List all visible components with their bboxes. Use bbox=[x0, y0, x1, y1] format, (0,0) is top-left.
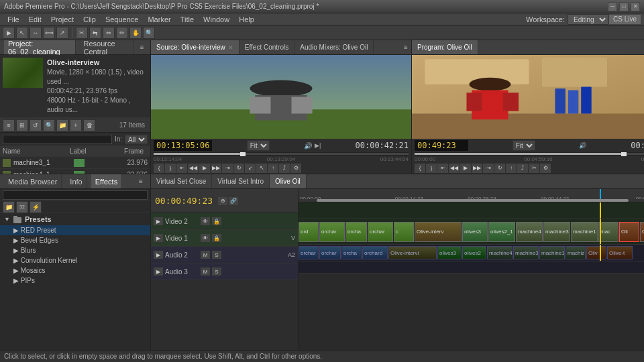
clip-olive-t[interactable]: Olive-t bbox=[640, 222, 644, 242]
project-icon-view[interactable]: ⊞ bbox=[16, 119, 28, 131]
project-delete[interactable]: 🗑 bbox=[83, 119, 95, 131]
menu-clip[interactable]: Clip bbox=[78, 13, 101, 25]
clip-olive-interview[interactable]: Olive-interv bbox=[415, 222, 462, 242]
track-solo-a3[interactable]: S bbox=[212, 267, 221, 276]
tool-slip[interactable]: ⇆ bbox=[89, 27, 101, 39]
program-play-stop[interactable]: ▶ bbox=[460, 164, 471, 173]
source-settings[interactable]: ⚙ bbox=[290, 164, 301, 173]
program-lift[interactable]: ↑ bbox=[506, 164, 517, 173]
menu-edit[interactable]: Edit bbox=[24, 13, 46, 25]
track-expand-v2[interactable]: ▶ bbox=[154, 217, 163, 225]
tool-zoom[interactable]: 🔍 bbox=[143, 27, 155, 39]
source-go-in[interactable]: ⇤ bbox=[176, 164, 187, 173]
tool-rate[interactable]: ↗ bbox=[56, 27, 68, 39]
tl-snap-btn[interactable]: ⊕ bbox=[218, 197, 227, 205]
source-go-out[interactable]: ⇥ bbox=[222, 164, 233, 173]
audio-machine1[interactable]: machine1 bbox=[539, 246, 565, 259]
tab-virtual-set-close[interactable]: Virtual Set Close bbox=[151, 174, 212, 188]
program-loop[interactable]: ↻ bbox=[494, 164, 505, 173]
track-expand-a2[interactable]: ▶ bbox=[154, 251, 163, 259]
effects-32bit[interactable]: 32 bbox=[16, 201, 28, 213]
menu-project[interactable]: Project bbox=[46, 13, 78, 25]
program-mark-out[interactable]: } bbox=[426, 164, 437, 173]
program-fit-select[interactable]: Fit bbox=[513, 140, 535, 151]
clip-orchard-5[interactable]: c bbox=[394, 222, 414, 242]
source-loop[interactable]: ↻ bbox=[233, 164, 244, 173]
track-solo-a2[interactable]: S bbox=[212, 251, 221, 259]
effects-search-input[interactable] bbox=[3, 190, 148, 200]
tab-source[interactable]: Source: Olive-interview ✕ bbox=[151, 40, 239, 54]
tab-program[interactable]: Program: Olive Oil bbox=[412, 40, 478, 54]
timeline-zoom-bar[interactable] bbox=[299, 199, 644, 202]
effects-item-blurs[interactable]: ▶ Blurs bbox=[0, 245, 150, 255]
tab-resource-central[interactable]: Resource Central bbox=[80, 40, 134, 54]
presets-category[interactable]: ▼ Presets bbox=[0, 213, 150, 225]
clip-orchard-3[interactable]: orcha bbox=[345, 222, 367, 242]
menu-help[interactable]: Help bbox=[234, 13, 259, 25]
clip-machine4[interactable]: machine4 bbox=[516, 222, 543, 242]
effects-item-mosaics[interactable]: ▶ Mosaics bbox=[0, 265, 150, 276]
audio-machiz[interactable]: machiz bbox=[566, 246, 586, 259]
clip-olives3[interactable]: olives3 bbox=[462, 222, 488, 242]
menu-file[interactable]: File bbox=[3, 13, 24, 25]
tab-effects[interactable]: Effects bbox=[91, 174, 122, 188]
tool-pen[interactable]: ✏ bbox=[116, 27, 128, 39]
source-close[interactable]: ✕ bbox=[228, 44, 233, 51]
clip-machine1[interactable]: machine1 bbox=[571, 222, 598, 242]
program-step-back[interactable]: ◀◀ bbox=[449, 164, 460, 173]
program-trim[interactable]: ✂ bbox=[529, 164, 539, 173]
list-item[interactable]: machine4_1 23.976 bbox=[0, 169, 150, 174]
tool-slide[interactable]: ⇔ bbox=[103, 27, 115, 39]
program-settings[interactable]: ⚙ bbox=[540, 164, 551, 173]
tool-rolling[interactable]: ⟺ bbox=[43, 27, 55, 39]
source-fit-select[interactable]: Fit bbox=[247, 140, 270, 151]
effects-item-red-preset[interactable]: ▶ RED Preset bbox=[0, 225, 150, 235]
menu-sequence[interactable]: Sequence bbox=[101, 13, 144, 25]
clip-oli[interactable]: Oli bbox=[619, 222, 639, 242]
minimize-button[interactable]: ─ bbox=[608, 2, 617, 11]
audio-machine3[interactable]: machine3 bbox=[513, 246, 539, 259]
tool-hand[interactable]: ✋ bbox=[129, 27, 142, 39]
source-timecode[interactable]: 00:13:05:06 bbox=[154, 140, 212, 151]
track-expand-a3[interactable]: ▶ bbox=[154, 267, 163, 276]
cs-live-button[interactable]: CS Live bbox=[608, 14, 641, 25]
program-timecode[interactable]: 00:49:23 bbox=[415, 140, 468, 151]
tab-audio-mixer[interactable]: Audio Mixers: Olive Oil bbox=[294, 40, 374, 54]
track-mute-a3[interactable]: M bbox=[201, 267, 210, 276]
menu-window[interactable]: Window bbox=[199, 13, 234, 25]
source-mark-out[interactable]: } bbox=[165, 164, 176, 173]
effects-panel-menu[interactable]: ≡ bbox=[136, 176, 146, 187]
project-automate[interactable]: ↺ bbox=[30, 119, 42, 131]
list-item[interactable]: machine3_1 23.976 bbox=[0, 157, 150, 169]
project-new-item[interactable]: + bbox=[70, 119, 82, 131]
tab-project[interactable]: Project: 06_02_cleaning bbox=[4, 40, 76, 54]
track-lock-v2[interactable]: 🔒 bbox=[212, 217, 221, 225]
source-insert[interactable]: ↙ bbox=[245, 164, 256, 173]
audio-orchard-2[interactable]: orchar bbox=[319, 246, 341, 259]
menu-marker[interactable]: Marker bbox=[143, 13, 175, 25]
clip-machine3[interactable]: machine3 bbox=[543, 222, 570, 242]
source-mark-in[interactable]: { bbox=[154, 164, 164, 173]
audio-olive-t[interactable]: Olive-t bbox=[607, 246, 633, 259]
source-step-fwd[interactable]: ▶▶ bbox=[211, 164, 221, 173]
program-step-fwd[interactable]: ▶▶ bbox=[472, 164, 482, 173]
tab-effect-controls[interactable]: Effect Controls bbox=[239, 40, 294, 54]
source-step-back[interactable]: ◀◀ bbox=[188, 164, 199, 173]
tab-media-browser[interactable]: Media Browser bbox=[4, 174, 62, 188]
effects-item-convolution[interactable]: ▶ Convolution Kernel bbox=[0, 255, 150, 265]
tool-arrow[interactable]: ↖ bbox=[16, 27, 28, 39]
source-overlay[interactable]: ↖ bbox=[256, 164, 267, 173]
track-lock-v1[interactable]: 🔒 bbox=[212, 234, 221, 242]
program-mark-in[interactable]: { bbox=[415, 164, 425, 173]
panel-menu-button[interactable]: ≡ bbox=[138, 42, 146, 53]
clip-orchard-4[interactable]: orchar bbox=[368, 222, 393, 242]
search-input[interactable] bbox=[3, 135, 112, 144]
in-select[interactable]: All bbox=[125, 135, 148, 144]
tool-select[interactable]: ▶ bbox=[3, 27, 15, 39]
audio-orchard-3[interactable]: orchard bbox=[362, 246, 388, 259]
tl-link-btn[interactable]: 🔗 bbox=[229, 197, 238, 205]
audio-machine4[interactable]: machine4 bbox=[487, 246, 513, 259]
audio-olives2[interactable]: olives2 bbox=[462, 246, 486, 259]
tool-razor[interactable]: ✂ bbox=[76, 27, 88, 39]
effects-item-bevel-edges[interactable]: ▶ Bevel Edges bbox=[0, 235, 150, 245]
